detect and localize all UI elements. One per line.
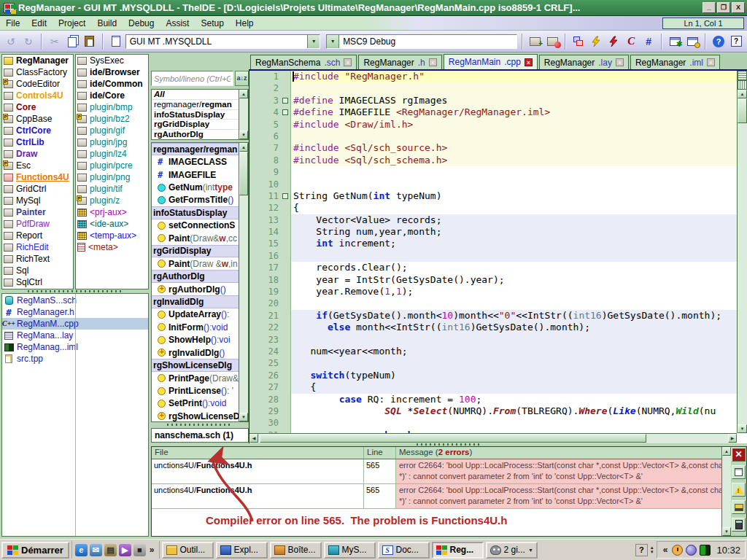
new-package-icon[interactable]: + [527, 34, 543, 50]
menu-debug[interactable]: Debug [123, 17, 160, 30]
package-item[interactable]: CtrlLib [2, 136, 73, 148]
editor-bar-toggle-icon[interactable] [738, 80, 747, 90]
subpackage-item[interactable]: <prj-aux> [76, 206, 148, 218]
tab-regmanager.lay[interactable]: RegManager.layx [539, 55, 629, 69]
member-group-header[interactable]: rgAuthorDlg [152, 270, 239, 282]
tab-regmanager.iml[interactable]: RegManager.imlx [630, 55, 720, 69]
context-help-icon[interactable]: ? [728, 34, 744, 50]
taskbar-button[interactable]: 2 gi...▼ [486, 542, 538, 559]
undo-icon[interactable]: ↺ [3, 34, 19, 50]
member-item[interactable]: rgShowLicenseD [152, 410, 239, 422]
menu-assist[interactable]: Assist [160, 17, 195, 30]
package-item[interactable]: Core [2, 101, 73, 113]
assist-splitter[interactable] [151, 424, 249, 426]
code-line[interactable]: 13 Vector<Value> records; [249, 214, 737, 226]
code-line[interactable]: 14 String num,year,month; [249, 226, 737, 238]
code-line[interactable]: 11String GetNum(int typeNum) [249, 190, 737, 202]
member-group-header[interactable]: regmanager/regman [152, 143, 239, 155]
member-item[interactable]: GetFormsTitle() [152, 194, 239, 206]
subpackage-item[interactable]: ide/Browser [76, 66, 148, 78]
display-tray-icon[interactable] [700, 545, 711, 556]
member-item[interactable]: rgInvalidDlg() [152, 346, 239, 359]
package-item[interactable]: RegManager [2, 55, 73, 66]
package-item[interactable]: SqlCtrl [2, 276, 73, 288]
code-line[interactable]: 9 [249, 166, 737, 178]
find-in-files-icon[interactable] [732, 500, 746, 514]
package-item[interactable]: Painter [2, 206, 73, 218]
console-output-icon[interactable] [732, 465, 746, 479]
subpackage-item[interactable]: <temp-aux> [76, 230, 148, 241]
code-line[interactable]: 4#define IMAGEFILE <RegManager/RegManage… [249, 106, 737, 118]
subpackage-item[interactable]: plugin/tif [76, 183, 148, 195]
code-line[interactable]: 12{ [249, 202, 737, 214]
code-line[interactable]: 2 [249, 82, 737, 94]
error-scrollbar[interactable]: ▲ ▼ [721, 447, 731, 536]
titlebar[interactable]: RegManager - GUI MT .MYSQLDLL - TheIDE -… [0, 0, 747, 16]
code-line[interactable]: 29 SQL *Select(NUMRQ).From(TBLREGRQ).Whe… [249, 405, 737, 417]
combo-dropdown-icon[interactable]: ▼ [327, 35, 339, 48]
subpackage-item[interactable]: SysExec [76, 55, 148, 66]
package-list[interactable]: RegManagerClassFactoryPCodeEditorControl… [1, 54, 74, 289]
member-item[interactable]: UpdateArray() : [152, 308, 239, 321]
help-topics-icon[interactable]: ? [711, 34, 727, 50]
close-button[interactable]: X [732, 2, 745, 13]
member-scrollbar[interactable]: ▲ ▼ [239, 143, 248, 421]
menu-help[interactable]: Help [230, 17, 260, 30]
member-item[interactable]: PrintLicense() : ' [152, 384, 239, 397]
package-item[interactable]: RichEdit [2, 241, 73, 253]
member-group-header[interactable]: rgShowLicenseDlg [152, 359, 239, 371]
member-item[interactable]: #IMAGECLASS [152, 155, 239, 168]
subpackage-item[interactable]: plugin/lz4 [76, 148, 148, 160]
build-method-combo[interactable]: ▼ MSC9 Debug [326, 34, 516, 49]
code-line[interactable]: 15 int increment; [249, 238, 737, 249]
code-line[interactable]: 1#include "RegManager.h" [249, 71, 737, 82]
rebuild-icon[interactable] [605, 34, 622, 50]
window-toggle-icon[interactable]: ▲▼ [650, 545, 654, 554]
taskbar-button[interactable]: Boîte... [270, 542, 322, 559]
editor-bar-toggle-icon[interactable] [738, 71, 747, 80]
code-line[interactable]: 8#include <Sql/sch_schema.h> [249, 155, 737, 166]
column-header-file[interactable]: File [152, 447, 364, 459]
menu-setup[interactable]: Setup [195, 17, 229, 30]
scope-item[interactable]: infoStatusDisplay [152, 110, 239, 120]
subpackage-item[interactable]: plugin/jpg [76, 136, 148, 148]
scope-item[interactable]: regmanager/regman [152, 100, 239, 110]
taskbar-button[interactable]: MyS... [324, 542, 376, 559]
code-line[interactable]: 18 year = IntStr(GetSysDate().year); [249, 274, 737, 286]
code-line[interactable]: 27 { [249, 381, 737, 393]
assist-file-item[interactable]: nanschema.sch (1) [151, 428, 249, 443]
fold-marker-icon[interactable] [282, 98, 288, 104]
error-row[interactable]: unctions4U/Functions4U.h565error C2664: … [152, 484, 731, 509]
member-item[interactable]: InitForm() : void [152, 321, 239, 333]
package-organizer-icon[interactable] [545, 34, 561, 50]
package-item[interactable]: Sql [2, 265, 73, 276]
code-line[interactable]: 28 case RQ: increment = 100; [249, 394, 737, 405]
media-player-icon[interactable]: ▶ [119, 544, 131, 556]
code-line[interactable]: 6 [249, 131, 737, 142]
tab-regmanschema.sch[interactable]: RegManSchema.schx [250, 55, 357, 69]
start-button[interactable]: Démarrer [1, 542, 69, 559]
member-group-header[interactable]: rgInvalidDlg [152, 295, 239, 308]
app-tray-icon[interactable] [686, 545, 697, 556]
combo-dropdown-icon[interactable]: ▼ [307, 35, 320, 48]
browser-icon[interactable]: e [75, 544, 88, 556]
calc-icon[interactable] [732, 518, 746, 532]
code-line[interactable]: 17 records.Clear(); [249, 262, 737, 273]
copy-icon[interactable] [64, 34, 80, 50]
subpackage-item[interactable]: ide/Core [76, 90, 148, 101]
file-list-panel[interactable]: RegManS...sch#RegManager.hC++RegManM...c… [1, 293, 149, 537]
symbol-search-input[interactable] [151, 71, 233, 86]
warnings-icon[interactable] [732, 483, 746, 497]
sort-alpha-icon[interactable]: a↓z [235, 71, 249, 86]
member-item[interactable]: PrintPage(Draw& [152, 372, 239, 384]
editor-vertical-scrollbar[interactable]: ▲ ▼ [737, 71, 747, 433]
subpackage-item[interactable]: Pplugin/z [76, 195, 148, 206]
column-header-message[interactable]: Message (2 errors) [396, 447, 731, 459]
paste-icon[interactable] [82, 34, 98, 50]
subpackage-item[interactable]: <ide-aux> [76, 218, 148, 230]
code-line[interactable]: 20 [249, 298, 737, 309]
scope-item[interactable]: rgAuthorDlg [152, 130, 239, 140]
member-item[interactable]: GetNum(int type [152, 181, 239, 193]
code-line[interactable]: 25 [249, 357, 737, 369]
package-item[interactable]: Draw [2, 148, 73, 160]
